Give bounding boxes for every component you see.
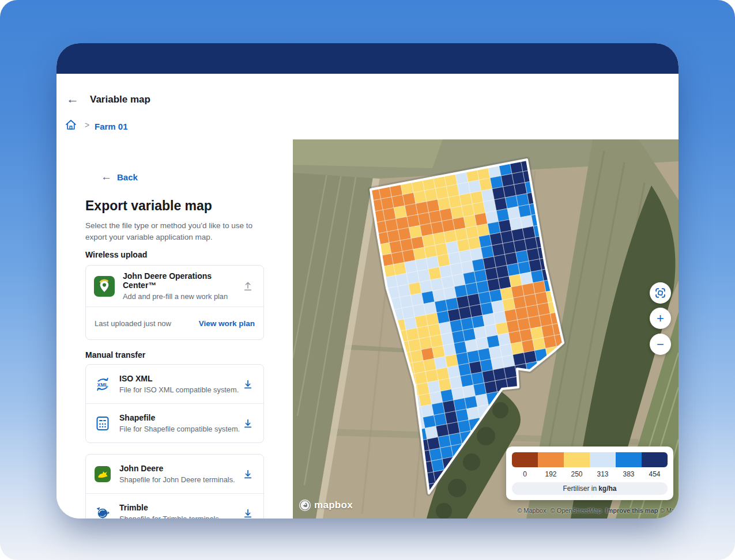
trimble-icon — [94, 505, 111, 519]
zoom-in-button[interactable]: + — [650, 308, 671, 329]
legend-caption-text: Fertiliser in — [563, 485, 597, 493]
iso-xml-icon: XML — [94, 376, 111, 393]
wireless-upload-heading: Wireless upload — [85, 250, 147, 259]
page: ← Variable map > Farm 01 ← Back Export v… — [0, 0, 735, 560]
trimble-row[interactable]: Trimble Shapefile for Trimble terminals. — [86, 493, 263, 519]
download-icon[interactable] — [240, 377, 255, 392]
legend-color-bar — [512, 452, 668, 467]
operations-center-app-icon — [94, 276, 115, 297]
john-deere-title: John Deere — [119, 464, 240, 473]
attribution-osm[interactable]: © OpenStreetMap — [551, 507, 602, 514]
panel-back-button[interactable]: ← Back — [101, 171, 138, 183]
john-deere-icon — [94, 466, 111, 483]
back-arrow-icon: ← — [101, 171, 112, 183]
attribution-mapbox[interactable]: © Mapbox — [517, 507, 546, 514]
iso-xml-subtitle: File for ISO XML compatible system. — [119, 385, 240, 394]
shapefile-subtitle: File for Shapefile compatible system. — [119, 425, 240, 433]
legend-caption: Fertiliser in kg/ha — [512, 482, 668, 495]
view-work-plan-link[interactable]: View work plan — [199, 319, 255, 328]
breadcrumb-chevron: > — [85, 120, 89, 130]
upload-icon[interactable] — [240, 279, 255, 294]
operations-center-row[interactable]: John Deere Operations Center™ Add and pr… — [86, 266, 263, 307]
trimble-title: Trimble — [119, 503, 240, 512]
last-uploaded-status: Last uploaded just now — [95, 319, 171, 328]
shapefile-row[interactable]: Shapefile File for Shapefile compatible … — [86, 403, 263, 442]
mapbox-logo[interactable]: mapbox — [299, 499, 353, 512]
panel-title: Export variable map — [85, 198, 212, 214]
map-attribution: © Mapbox © OpenStreetMap Improve this ma… — [517, 507, 677, 514]
iso-xml-row[interactable]: XML ISO XML File for ISO XML compatible … — [86, 365, 263, 403]
terminals-card: John Deere Shapefile for John Deere term… — [85, 454, 264, 519]
iso-xml-title: ISO XML — [119, 374, 240, 383]
manual-transfer-card: XML ISO XML File for ISO XML compatible … — [85, 364, 264, 443]
breadcrumb-farm-link[interactable]: Farm 01 — [95, 122, 128, 131]
legend-values: 0192250313383454 — [512, 470, 668, 478]
window-top-bar — [56, 43, 679, 74]
fertiliser-legend: 0192250313383454 Fertiliser in kg/ha — [506, 447, 673, 500]
operations-center-subtitle: Add and pre-fill a new work plan — [123, 292, 240, 301]
recenter-button[interactable] — [650, 282, 671, 304]
shapefile-icon — [94, 415, 111, 432]
breadcrumb-home-icon[interactable] — [65, 119, 77, 131]
zoom-out-button[interactable]: − — [650, 334, 671, 355]
john-deere-row[interactable]: John Deere Shapefile for John Deere term… — [86, 455, 263, 493]
satellite-map[interactable]: + − 0192250313383454 Fertiliser in kg/ha… — [293, 139, 679, 519]
recenter-icon — [654, 287, 666, 299]
download-icon[interactable] — [240, 467, 255, 482]
improve-this-map-link[interactable]: Improve this map — [605, 507, 658, 514]
shapefile-title: Shapefile — [119, 413, 240, 422]
export-panel: ← Back Export variable map Select the fi… — [56, 139, 293, 519]
app-window: ← Variable map > Farm 01 ← Back Export v… — [56, 43, 679, 519]
manual-transfer-heading: Manual transfer — [85, 350, 145, 360]
mapbox-logo-text: mapbox — [314, 500, 353, 511]
upload-status-row: Last uploaded just now View work plan — [86, 307, 263, 339]
john-deere-subtitle: Shapefile for John Deere terminals. — [119, 475, 240, 484]
page-title: Variable map — [90, 94, 150, 105]
operations-center-title: John Deere Operations Center™ — [123, 271, 240, 290]
mapbox-logo-icon — [299, 499, 311, 512]
download-icon[interactable] — [240, 506, 255, 519]
trimble-subtitle: Shapefile for Trimble terminals. — [119, 514, 240, 519]
back-label: Back — [117, 172, 138, 182]
panel-description: Select the file type or method you'd lik… — [85, 220, 265, 243]
header-back-button[interactable]: ← — [65, 92, 80, 107]
legend-caption-unit: kg/ha — [598, 485, 616, 493]
svg-text:XML: XML — [97, 381, 109, 387]
download-icon[interactable] — [240, 416, 255, 431]
wireless-upload-card: John Deere Operations Center™ Add and pr… — [85, 265, 264, 340]
